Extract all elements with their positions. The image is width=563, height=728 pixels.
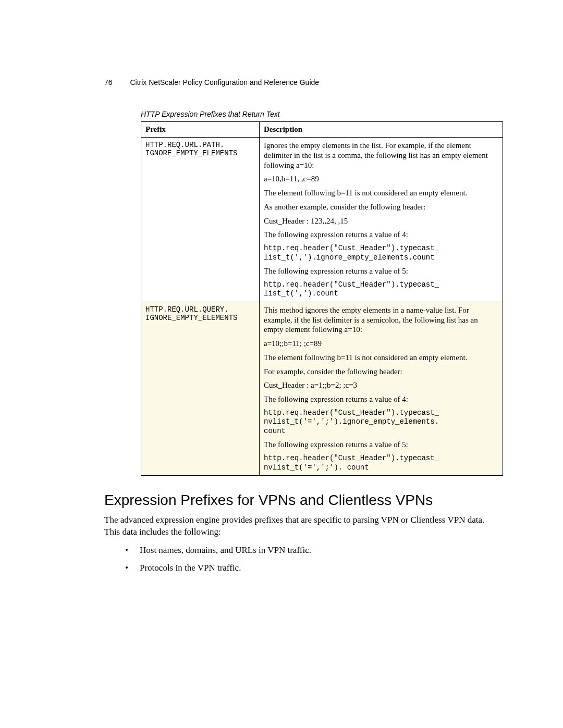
code-line: nvlist_t('=',';').ignore_empty_elements. [264,417,439,426]
table-row: HTTP.REQ.URL.PATH. IGNORE_EMPTY_ELEMENTS… [141,138,503,302]
code-text: http.req.header("Cust_Header").typecast_… [264,244,498,262]
page-number: 76 [104,78,113,87]
prefix-cell: HTTP.REQ.URL.QUERY. IGNORE_EMPTY_ELEMENT… [141,302,260,475]
list-item: Protocols in the VPN traffic. [125,562,500,574]
desc-text: The following expression returns a value… [264,440,498,450]
desc-text: Cust_Header : 123,,24, ,15 [264,216,498,226]
prefix-text: IGNORE_EMPTY_ELEMENTS [145,314,237,322]
code-line: http.req.header("Cust_Header").typecast_ [264,409,439,417]
col-description: Description [260,122,503,138]
table-row: HTTP.REQ.URL.QUERY. IGNORE_EMPTY_ELEMENT… [141,302,503,475]
page: 76 Citrix NetScaler Policy Configuration… [0,0,563,632]
desc-text: The following expression returns a value… [264,230,498,240]
desc-text: The element following b=11 is not consid… [264,353,498,363]
prefix-cell: HTTP.REQ.URL.PATH. IGNORE_EMPTY_ELEMENTS [141,138,260,302]
code-line: list_t(',').count [264,289,338,298]
description-cell: This method ignores the empty elements i… [260,302,503,475]
bullet-list: Host names, domains, and URLs in VPN tra… [125,544,500,574]
prefix-text: IGNORE_EMPTY_ELEMENTS [145,149,237,157]
desc-text: For example, consider the following head… [264,367,498,377]
code-text: http.req.header("Cust_Header").typecast_… [264,454,498,472]
list-item: Host names, domains, and URLs in VPN tra… [125,544,500,557]
prefix-text: HTTP.REQ.URL.PATH. [145,141,224,149]
section-intro: The advanced expression engine provides … [104,514,500,538]
desc-text: a=10;;b=11; ;c=89 [264,339,498,349]
table-header-row: Prefix Description [141,122,503,138]
code-line: http.req.header("Cust_Header").typecast_ [264,244,439,252]
col-prefix: Prefix [141,122,260,138]
description-cell: Ignores the empty elements in the list. … [260,138,503,302]
section-heading: Expression Prefixes for VPNs and Clientl… [104,491,500,509]
code-line: http.req.header("Cust_Header").typecast_ [264,280,439,289]
desc-text: The element following b=11 is not consid… [264,188,498,198]
code-line: list_t(',').ignore_empty_elements.count [264,253,435,262]
desc-text: As another example, consider the followi… [264,202,498,212]
running-header: 76 Citrix NetScaler Policy Configuration… [104,78,500,87]
code-line: count [264,427,286,435]
desc-text: a=10,b=11, ,c=89 [264,174,498,184]
code-line: http.req.header("Cust_Header").typecast_ [264,454,439,462]
prefix-text: HTTP.REQ.URL.QUERY. [145,305,229,314]
desc-text: This method ignores the empty elements i… [264,305,498,335]
table-caption: HTTP Expression Prefixes that Return Tex… [141,110,500,118]
desc-text: The following expression returns a value… [264,266,498,276]
doc-title: Citrix NetScaler Policy Configuration an… [130,78,319,87]
desc-text: The following expression returns a value… [264,394,498,404]
code-text: http.req.header("Cust_Header").typecast_… [264,409,498,436]
prefix-table: Prefix Description HTTP.REQ.URL.PATH. IG… [141,121,503,476]
desc-text: Ignores the empty elements in the list. … [264,141,498,170]
code-line: nvlist_t('=',';'). count [264,463,369,472]
code-text: http.req.header("Cust_Header").typecast_… [264,280,498,299]
desc-text: Cust_Header : a=1;;b=2; ;c=3 [264,380,498,390]
